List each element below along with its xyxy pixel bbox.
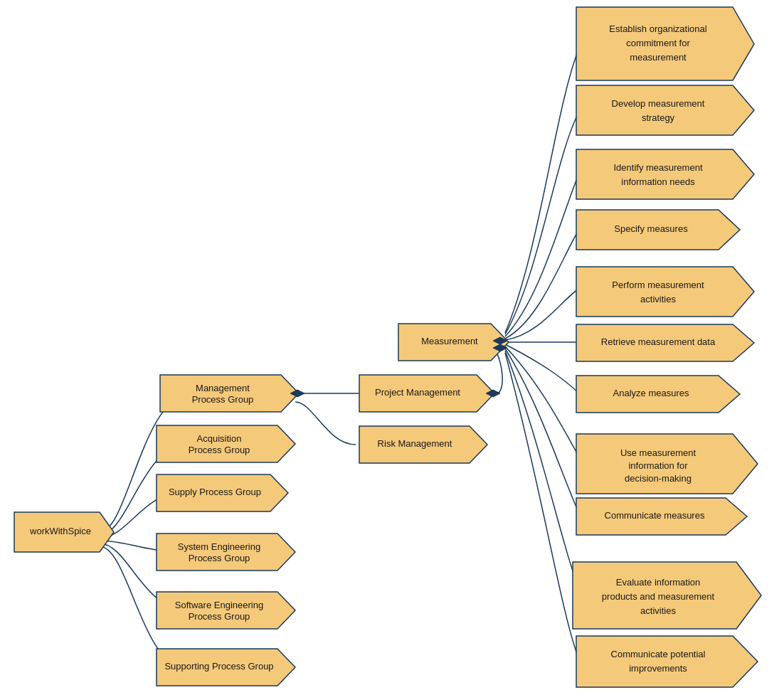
node-label-workWithSpice: workWithSpice — [29, 526, 91, 536]
edge-meas-develop — [505, 110, 580, 334]
node-label-retrieve: Retrieve measurement data — [601, 336, 716, 347]
node-develop[interactable]: Develop measurement strategy — [576, 85, 754, 135]
node-softwareEngProcessGroup[interactable]: Software Engineering Process Group — [157, 592, 295, 629]
node-perform[interactable]: Perform measurement activities — [576, 267, 754, 317]
node-analyze[interactable]: Analyze measures — [576, 376, 740, 413]
node-label-syseng: System Engineering — [178, 541, 260, 552]
node-communicatePotential[interactable]: Communicate potential improvements — [576, 636, 758, 687]
edge-mgmt-risk — [295, 402, 356, 445]
diagram-svg: workWithSpice Management Process Group A… — [0, 0, 784, 695]
node-label-develop2: strategy — [642, 112, 675, 123]
svg-marker-11 — [576, 85, 754, 135]
svg-marker-14 — [576, 267, 754, 317]
node-label-use1: Use measurement — [620, 447, 696, 458]
node-useMeasurement[interactable]: Use measurement information for decision… — [576, 434, 758, 494]
node-communicate[interactable]: Communicate measures — [576, 498, 747, 535]
node-label-commPot2: improvements — [629, 663, 687, 674]
node-managementProcessGroup[interactable]: Management Process Group — [160, 375, 299, 412]
node-label-proj: Project Management — [375, 387, 460, 398]
node-label-eval2: products and measurement — [602, 591, 715, 602]
node-label-use2: information for — [628, 460, 688, 471]
node-workWithSpice[interactable]: workWithSpice — [14, 512, 114, 552]
edge-meas-evaluate — [505, 351, 580, 590]
node-label-mgmt2: Process Group — [192, 394, 254, 405]
node-identify[interactable]: Identify measurement information needs — [576, 149, 754, 199]
edge-meas-perform — [505, 288, 580, 340]
node-label-syseng2: Process Group — [189, 553, 250, 563]
node-label-commPot1: Communicate potential — [611, 649, 706, 659]
node-evaluate[interactable]: Evaluate information products and measur… — [573, 562, 761, 629]
node-label-measurement: Measurement — [421, 336, 478, 346]
node-label-establish2: commitment for — [626, 38, 690, 48]
node-measurement[interactable]: Measurement — [398, 324, 509, 361]
node-establish[interactable]: Establish organizational commitment for … — [576, 7, 754, 80]
node-label-eval1: Evaluate information — [616, 577, 701, 588]
node-label-eval3: activities — [640, 605, 676, 616]
node-label-perform1: Perform measurement — [612, 280, 704, 290]
node-label-acq2: Process Group — [189, 445, 250, 455]
node-supplyProcessGroup[interactable]: Supply Process Group — [157, 474, 288, 511]
node-label-acq: Acquisition — [197, 433, 242, 444]
node-systemEngProcessGroup[interactable]: System Engineering Process Group — [157, 534, 295, 571]
node-label-analyze: Analyze measures — [613, 388, 689, 398]
node-projectManagement[interactable]: Project Management — [359, 375, 494, 412]
node-label-specify: Specify measures — [614, 223, 688, 234]
edge-meas-communicate — [505, 349, 580, 515]
node-label-risk: Risk Management — [378, 438, 452, 449]
edge-meas-use — [505, 346, 580, 458]
node-label-establish1: Establish organizational — [609, 23, 706, 34]
node-label-supporting: Supporting Process Group — [164, 661, 273, 672]
node-label-use3: decision-making — [625, 473, 692, 484]
svg-marker-20 — [576, 636, 758, 687]
node-supportingProcessGroup[interactable]: Supporting Process Group — [157, 649, 295, 686]
edge-meas-commPotential — [505, 353, 580, 662]
node-label-establish3: measurement — [630, 52, 687, 63]
node-label-identify2: information needs — [621, 176, 695, 187]
node-label-develop1: Develop measurement — [612, 98, 705, 109]
edge-meas-establish — [505, 46, 580, 333]
node-retrieve[interactable]: Retrieve measurement data — [576, 324, 754, 361]
node-label-mgmt: Management — [196, 383, 250, 393]
node-label-supply: Supply Process Group — [169, 487, 261, 497]
node-label-softeng2: Process Group — [189, 611, 250, 622]
node-label-softeng: Software Engineering — [175, 600, 263, 610]
node-label-perform2: activities — [640, 294, 676, 304]
node-label-identify1: Identify measurement — [613, 162, 702, 173]
node-acquisitionProcessGroup[interactable]: Acquisition Process Group — [157, 425, 295, 462]
node-label-communicate: Communicate measures — [605, 510, 705, 521]
edge-meas-analyze — [505, 344, 580, 394]
node-riskManagement[interactable]: Risk Management — [359, 426, 487, 463]
svg-marker-12 — [576, 149, 754, 199]
node-specify[interactable]: Specify measures — [576, 210, 740, 250]
